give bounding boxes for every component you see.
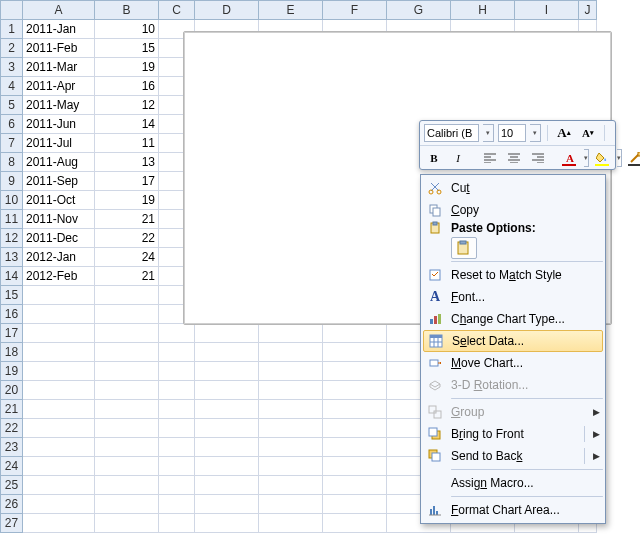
cell[interactable] bbox=[95, 495, 159, 514]
cell[interactable] bbox=[323, 457, 387, 476]
cell[interactable] bbox=[23, 400, 95, 419]
cell[interactable] bbox=[159, 343, 195, 362]
cell[interactable] bbox=[195, 343, 259, 362]
italic-button[interactable]: I bbox=[448, 148, 468, 168]
col-header-F[interactable]: F bbox=[323, 1, 387, 20]
fill-color-button[interactable] bbox=[593, 148, 613, 168]
cell[interactable]: 2011-Mar bbox=[23, 58, 95, 77]
col-header-C[interactable]: C bbox=[159, 1, 195, 20]
row-header[interactable]: 15 bbox=[1, 286, 23, 305]
font-size-input[interactable] bbox=[498, 124, 526, 142]
col-header-E[interactable]: E bbox=[259, 1, 323, 20]
col-header-J[interactable]: J bbox=[579, 1, 597, 20]
cell[interactable] bbox=[159, 476, 195, 495]
cell[interactable] bbox=[159, 514, 195, 533]
cell[interactable] bbox=[259, 381, 323, 400]
cell[interactable] bbox=[95, 362, 159, 381]
row-header[interactable]: 23 bbox=[1, 438, 23, 457]
row-header[interactable]: 11 bbox=[1, 210, 23, 229]
row-header[interactable]: 4 bbox=[1, 77, 23, 96]
cell[interactable] bbox=[95, 419, 159, 438]
font-name-input[interactable] bbox=[424, 124, 479, 142]
row-header[interactable]: 7 bbox=[1, 134, 23, 153]
cell[interactable]: 13 bbox=[95, 153, 159, 172]
cell[interactable] bbox=[23, 495, 95, 514]
menu-change-chart-type[interactable]: Change Chart Type... bbox=[423, 308, 603, 330]
cell[interactable] bbox=[195, 457, 259, 476]
menu-bring-to-front[interactable]: Bring to Front ▶ bbox=[423, 423, 603, 445]
cell[interactable] bbox=[23, 324, 95, 343]
cell[interactable] bbox=[323, 476, 387, 495]
cell[interactable] bbox=[323, 400, 387, 419]
fill-color-dropdown[interactable]: ▾ bbox=[617, 149, 622, 167]
select-all-corner[interactable] bbox=[1, 1, 23, 20]
cell[interactable] bbox=[195, 438, 259, 457]
cell[interactable] bbox=[95, 343, 159, 362]
cell[interactable]: 2011-Aug bbox=[23, 153, 95, 172]
cell[interactable]: 2011-Apr bbox=[23, 77, 95, 96]
cell[interactable] bbox=[259, 324, 323, 343]
align-right-button[interactable] bbox=[528, 148, 548, 168]
cell[interactable]: 14 bbox=[95, 115, 159, 134]
cell[interactable] bbox=[323, 438, 387, 457]
cell[interactable] bbox=[159, 324, 195, 343]
cell[interactable] bbox=[159, 362, 195, 381]
row-header[interactable]: 26 bbox=[1, 495, 23, 514]
cell[interactable]: 2011-Nov bbox=[23, 210, 95, 229]
cell[interactable] bbox=[23, 381, 95, 400]
cell[interactable] bbox=[159, 495, 195, 514]
row-header[interactable]: 19 bbox=[1, 362, 23, 381]
cell[interactable]: 17 bbox=[95, 172, 159, 191]
row-header[interactable]: 27 bbox=[1, 514, 23, 533]
cell[interactable]: 21 bbox=[95, 267, 159, 286]
cell[interactable]: 21 bbox=[95, 210, 159, 229]
cell[interactable]: 2011-May bbox=[23, 96, 95, 115]
cell[interactable] bbox=[159, 438, 195, 457]
shrink-font-button[interactable]: A▾ bbox=[578, 123, 598, 143]
paste-option-default[interactable] bbox=[451, 237, 477, 259]
submenu-arrow-icon[interactable]: ▶ bbox=[589, 451, 603, 461]
cell[interactable] bbox=[95, 381, 159, 400]
cell[interactable] bbox=[195, 419, 259, 438]
row-header[interactable]: 20 bbox=[1, 381, 23, 400]
menu-select-data[interactable]: Select Data... bbox=[423, 330, 603, 352]
cell[interactable] bbox=[23, 419, 95, 438]
row-header[interactable]: 13 bbox=[1, 248, 23, 267]
align-left-button[interactable] bbox=[480, 148, 500, 168]
row-header[interactable]: 1 bbox=[1, 20, 23, 39]
cell[interactable] bbox=[323, 381, 387, 400]
font-name-dropdown[interactable]: ▾ bbox=[483, 124, 494, 142]
cell[interactable] bbox=[159, 419, 195, 438]
row-header[interactable]: 24 bbox=[1, 457, 23, 476]
cell[interactable]: 16 bbox=[95, 77, 159, 96]
cell[interactable]: 12 bbox=[95, 96, 159, 115]
row-header[interactable]: 10 bbox=[1, 191, 23, 210]
cell[interactable] bbox=[195, 381, 259, 400]
cell[interactable]: 19 bbox=[95, 191, 159, 210]
cell[interactable] bbox=[323, 514, 387, 533]
cell[interactable] bbox=[195, 514, 259, 533]
cell[interactable] bbox=[323, 343, 387, 362]
cell[interactable] bbox=[23, 343, 95, 362]
cell[interactable]: 24 bbox=[95, 248, 159, 267]
row-header[interactable]: 6 bbox=[1, 115, 23, 134]
cell[interactable] bbox=[95, 476, 159, 495]
col-header-D[interactable]: D bbox=[195, 1, 259, 20]
menu-move-chart[interactable]: Move Chart... bbox=[423, 352, 603, 374]
col-header-I[interactable]: I bbox=[515, 1, 579, 20]
cell[interactable] bbox=[23, 305, 95, 324]
cell[interactable]: 22 bbox=[95, 229, 159, 248]
row-header[interactable]: 16 bbox=[1, 305, 23, 324]
row-header[interactable]: 25 bbox=[1, 476, 23, 495]
cell[interactable] bbox=[95, 400, 159, 419]
grow-font-button[interactable]: A▴ bbox=[554, 123, 574, 143]
menu-assign-macro[interactable]: Assign Macro... bbox=[423, 472, 603, 494]
cell[interactable] bbox=[23, 438, 95, 457]
menu-send-to-back[interactable]: Send to Back ▶ bbox=[423, 445, 603, 467]
cell[interactable] bbox=[195, 362, 259, 381]
col-header-H[interactable]: H bbox=[451, 1, 515, 20]
cell[interactable] bbox=[323, 495, 387, 514]
cell[interactable] bbox=[159, 400, 195, 419]
col-header-G[interactable]: G bbox=[387, 1, 451, 20]
menu-reset-match-style[interactable]: Reset to Match Style bbox=[423, 264, 603, 286]
